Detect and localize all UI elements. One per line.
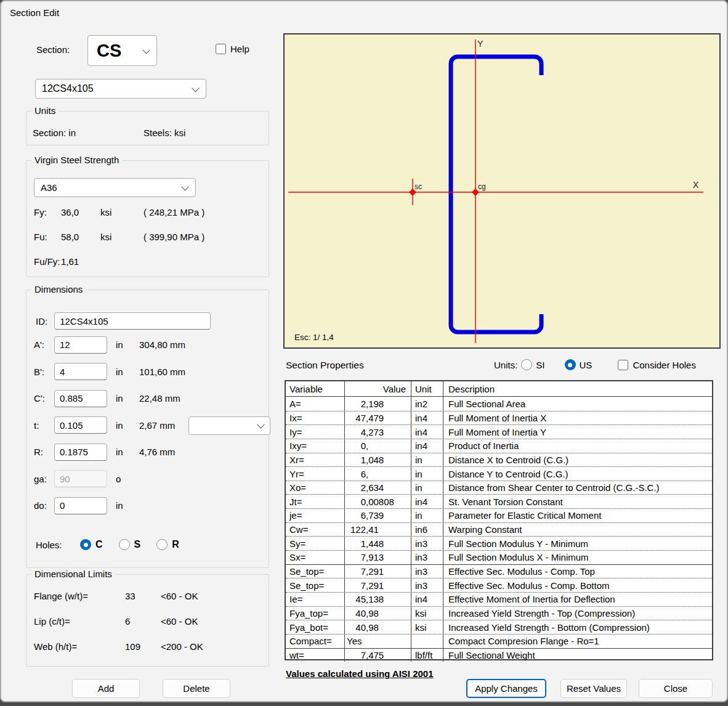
steel-group-title: Virgin Steel Strength: [31, 155, 122, 165]
steel-row-unit: ksi: [100, 232, 144, 242]
limit-row-2: Web (h/t)=109<200 - OK: [34, 641, 264, 654]
property-unit: in: [411, 453, 443, 467]
steel-row-metric: ( 399,90 MPa ): [144, 232, 204, 242]
property-value: Yes: [345, 635, 411, 648]
dim-a-input[interactable]: [54, 336, 107, 354]
dim-b-metric: 101,60 mm: [139, 367, 185, 377]
help-checkbox[interactable]: Help: [216, 44, 249, 54]
properties-title: Section Properties: [286, 360, 364, 371]
holes-radio-s[interactable]: S: [119, 539, 141, 550]
dim-c-metric: 22,48 mm: [139, 393, 180, 404]
property-description: Effective Sec. Modulus - Comp. Top: [443, 565, 712, 578]
dim-t-input[interactable]: [54, 416, 107, 434]
property-unit: ksi: [411, 607, 443, 620]
dim-c-label: C':: [34, 393, 54, 404]
dim-t-label: t:: [34, 420, 54, 431]
property-row-Xo: Xo=2,634inDistance from Shear Center to …: [286, 481, 712, 495]
value-integer-part: 40: [345, 622, 366, 633]
holes-radio-c[interactable]: C: [80, 539, 103, 550]
dimensional-limits-group: Dimensional Limits Flange (w/t)=33<60 - …: [26, 574, 269, 667]
dim-ga-input[interactable]: [54, 470, 107, 487]
id-row: ID:: [36, 312, 211, 330]
steel-strength-rows: Fy:36,0ksi( 248,21 MPa )Fu:58,0ksi( 399,…: [34, 205, 262, 279]
dim-a-label: A':: [34, 339, 54, 350]
scale-label: Esc: 1/ 1,4: [294, 333, 334, 342]
id-input[interactable]: [54, 312, 211, 330]
property-value: 7,475: [345, 649, 411, 662]
apply-changes-button[interactable]: Apply Changes: [466, 679, 546, 698]
dim-b-input[interactable]: [54, 363, 107, 380]
property-unit: in4: [411, 439, 443, 453]
delete-button[interactable]: Delete: [163, 679, 230, 698]
value-integer-part: 1: [345, 455, 366, 465]
dimension-row-a: A':in304,80 mm: [34, 336, 264, 354]
value-integer-part: 7: [345, 566, 366, 577]
property-value: 47,479: [345, 412, 411, 425]
dim-do-input[interactable]: [54, 497, 107, 514]
units-group: Units Section: in Steels: ksi: [26, 111, 269, 145]
dim-r-unit: in: [116, 447, 134, 457]
property-description: Increased Yield Strength - Top (Compress…: [443, 607, 712, 620]
steel-grade-select[interactable]: A36: [34, 178, 196, 197]
property-unit: in2: [411, 397, 443, 411]
units-radio-us[interactable]: US: [565, 359, 593, 370]
property-row-Sy: Sy=1,448in3Full Section Modulus Y - Mini…: [286, 536, 712, 550]
value-integer-part: 45: [345, 594, 366, 604]
property-value: 4,273: [345, 425, 411, 439]
dimension-row-r: R:in4,76 mm: [34, 443, 264, 461]
radio-icon: [565, 359, 576, 370]
property-row-Iy: Iy=4,273in4Full Moment of Inertia Y: [286, 424, 712, 439]
consider-holes-checkbox[interactable]: Consider Holes: [618, 360, 696, 370]
value-fraction-part: ,291: [366, 566, 411, 577]
dim-t-select[interactable]: [188, 416, 270, 435]
dim-ga-unit: o: [116, 474, 134, 484]
section-name-select[interactable]: 12CS4x105: [35, 79, 206, 99]
close-button[interactable]: Close: [639, 679, 713, 698]
help-label: Help: [230, 44, 249, 54]
property-row-Ixy: Ixy=0,in4Product of Inertia: [286, 439, 712, 453]
add-button[interactable]: Add: [72, 679, 140, 698]
dim-r-input[interactable]: [54, 444, 107, 461]
holes-radio-r[interactable]: R: [156, 539, 179, 550]
property-unit: in: [411, 467, 443, 481]
dim-a-unit: in: [116, 339, 134, 350]
steel-row-label: Fu:: [34, 232, 61, 242]
steel-row-1: Fu:58,0ksi( 399,90 MPa ): [34, 230, 262, 243]
dim-r-metric: 4,76 mm: [139, 447, 175, 457]
checkbox-icon: [618, 360, 628, 370]
dim-c-input[interactable]: [54, 390, 107, 407]
value-fraction-part: ,198: [366, 399, 411, 409]
units-radio-si[interactable]: SI: [521, 359, 544, 370]
value-fraction-part: ,: [366, 440, 411, 451]
radio-icon: [521, 359, 532, 370]
property-value: 7,291: [345, 565, 411, 578]
units-radio-label: SI: [536, 360, 544, 370]
section-type-select[interactable]: CS: [87, 35, 157, 66]
value-integer-part: 7: [345, 650, 366, 660]
dim-r-label: R:: [34, 447, 54, 457]
value-fraction-part: ,913: [366, 552, 411, 562]
property-variable: A=: [286, 397, 345, 411]
value-fraction-part: ,: [366, 469, 411, 479]
property-variable: Jt=: [286, 495, 345, 508]
header-value: Value: [345, 381, 411, 396]
value-fraction-part: ,00808: [366, 497, 411, 507]
radio-icon: [80, 539, 91, 550]
centroid-label: cg: [478, 182, 486, 191]
property-unit: lbf/ft: [411, 649, 443, 662]
reset-values-button[interactable]: Reset Values: [560, 679, 627, 698]
property-description: Full Section Modulus Y - Minimum: [443, 537, 712, 550]
window-title: Section Edit: [10, 7, 59, 18]
radio-icon: [156, 539, 168, 550]
property-description: Distance Y to Centroid (C.G.): [443, 467, 712, 481]
property-row-Ie: Ie=45,138in4Effective Moment of Inertia …: [286, 592, 712, 606]
units-group-title: Units: [31, 105, 59, 116]
property-row-Fya_bot: Fya_bot=40,98ksiIncreased Yield Strength…: [286, 620, 712, 634]
value-fraction-part: ,634: [366, 482, 411, 493]
property-variable: Fya_bot=: [286, 620, 345, 634]
section-outline: [451, 57, 541, 332]
value-integer-part: 7: [345, 552, 366, 562]
holes-label: Holes:: [36, 540, 80, 550]
property-variable: Xo=: [286, 481, 345, 495]
property-row-Se_top: Se_top=7,291in3Effective Sec. Modulus - …: [286, 578, 712, 592]
